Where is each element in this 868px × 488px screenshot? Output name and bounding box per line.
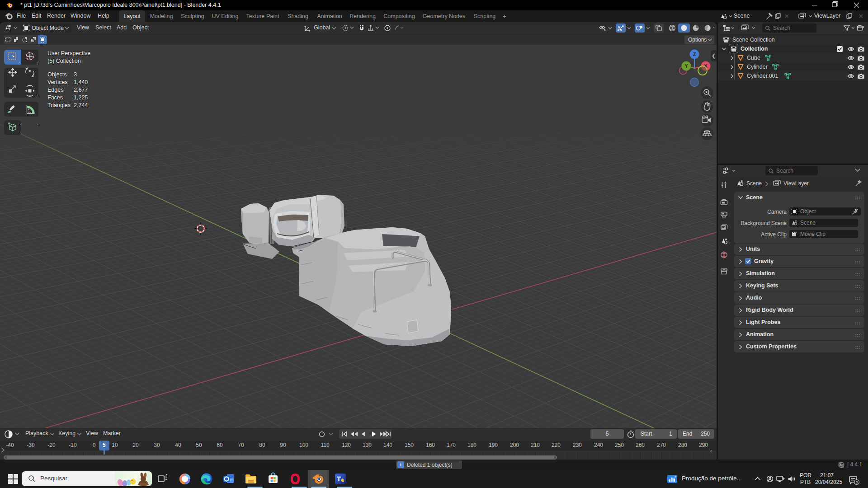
svg-text:Y: Y [684, 63, 688, 69]
svg-text:Z: Z [693, 52, 696, 57]
svg-text:3: 3 [856, 480, 858, 484]
